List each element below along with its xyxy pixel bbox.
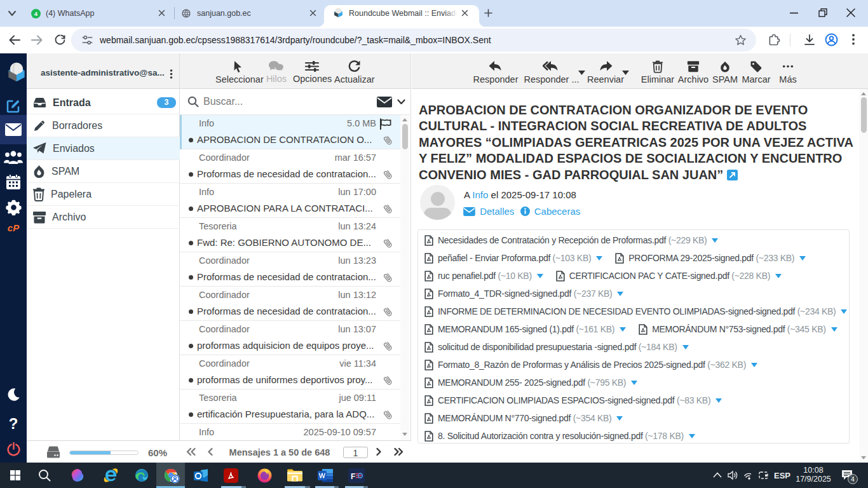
svg-text:4: 4 — [34, 10, 38, 17]
svg-text:F: F — [351, 472, 355, 481]
svg-text:4: 4 — [851, 475, 855, 483]
